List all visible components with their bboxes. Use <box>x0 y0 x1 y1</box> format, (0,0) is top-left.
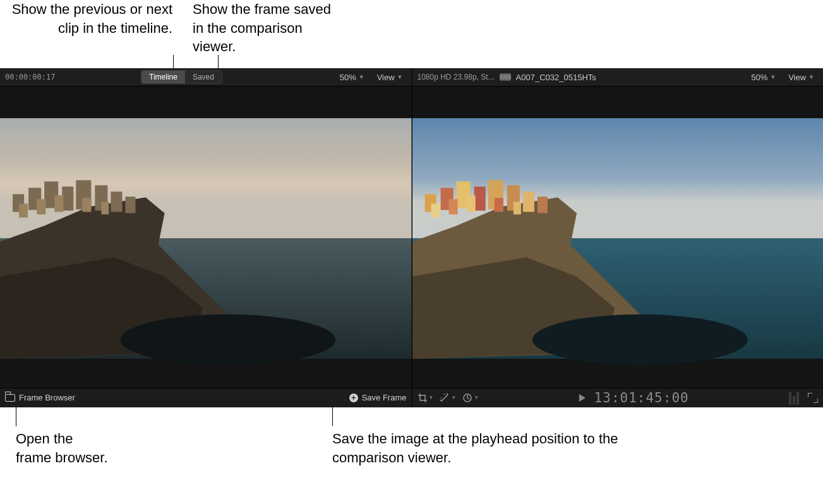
mode-segmented-control: Timeline Saved <box>141 70 222 84</box>
left-bottom-bar: Frame Browser + Save Frame <box>0 388 412 407</box>
svg-rect-11 <box>125 197 135 213</box>
frame-browser-button[interactable]: Frame Browser <box>5 393 75 402</box>
playhead-timecode[interactable]: 13:01:45:00 <box>594 390 689 405</box>
svg-rect-15 <box>82 198 91 212</box>
save-frame-label: Save Frame <box>362 393 407 402</box>
right-bottom-bar: ▼ ▼ ▼ 13:01:45:00 <box>412 388 824 407</box>
svg-rect-32 <box>466 196 475 212</box>
frame-browser-label: Frame Browser <box>19 393 75 402</box>
frame-browser-icon <box>5 394 15 402</box>
right-toolbar: 1080p HD 23.98p, St... A007_C032_0515HTs… <box>412 68 824 86</box>
fullscreen-button[interactable] <box>808 393 818 403</box>
svg-rect-13 <box>37 200 45 215</box>
svg-rect-29 <box>537 197 547 213</box>
svg-rect-25 <box>474 187 485 211</box>
callout-save-frame-text: Save the image at the playhead position … <box>332 429 635 467</box>
left-zoom-label: 50% <box>340 73 356 82</box>
enhance-tool[interactable]: ▼ <box>440 393 456 403</box>
left-view-label: View <box>377 73 395 82</box>
svg-rect-28 <box>522 192 534 212</box>
svg-rect-14 <box>54 196 63 212</box>
top-toolbar: 00:00:00:17 Timeline Saved 50% ▼ View ▼ … <box>0 68 823 87</box>
retime-tool[interactable]: ▼ <box>462 393 479 403</box>
transform-tool[interactable]: ▼ <box>418 393 434 403</box>
callout-timeline-text: Show the previous or next clip in the ti… <box>10 0 172 37</box>
right-zoom-label: 50% <box>751 73 767 82</box>
svg-rect-12 <box>19 204 28 218</box>
left-view-dropdown[interactable]: View ▼ <box>373 71 407 83</box>
left-toolbar: 00:00:00:17 Timeline Saved 50% ▼ View ▼ <box>0 68 412 86</box>
right-view-dropdown[interactable]: View ▼ <box>784 71 818 83</box>
chevron-down-icon: ▼ <box>451 395 456 400</box>
left-scene-image <box>0 87 412 387</box>
right-scene-image <box>412 87 824 387</box>
svg-rect-33 <box>494 198 503 212</box>
svg-rect-31 <box>448 200 457 215</box>
play-button[interactable] <box>579 394 586 402</box>
format-info: 1080p HD 23.98p, St... <box>418 73 495 81</box>
clock-icon <box>462 393 472 403</box>
svg-rect-0 <box>0 87 412 118</box>
right-viewer[interactable] <box>412 87 824 387</box>
chevron-down-icon: ▼ <box>429 395 434 400</box>
svg-rect-30 <box>431 204 440 218</box>
chevron-down-icon: ▼ <box>359 74 364 80</box>
svg-rect-16 <box>101 202 109 215</box>
audio-meters <box>789 391 802 405</box>
callout-leader-save-frame <box>332 407 333 426</box>
viewers <box>0 87 823 387</box>
callout-leader-saved <box>218 55 219 69</box>
bottom-toolbar: Frame Browser + Save Frame ▼ ▼ ▼ <box>0 388 823 407</box>
chevron-down-icon: ▼ <box>808 74 814 80</box>
left-timecode: 00:00:00:17 <box>5 73 55 81</box>
chevron-down-icon: ▼ <box>770 74 776 80</box>
saved-tab[interactable]: Saved <box>185 71 222 83</box>
svg-rect-7 <box>62 187 73 211</box>
svg-rect-34 <box>513 202 520 215</box>
left-viewer[interactable] <box>0 87 412 387</box>
plus-circle-icon: + <box>349 393 358 402</box>
callout-leader-timeline <box>173 55 174 69</box>
clip-name: A007_C032_0515HTs <box>516 73 596 82</box>
chevron-down-icon: ▼ <box>397 74 403 80</box>
left-zoom-dropdown[interactable]: 50% ▼ <box>336 71 368 83</box>
callout-leader-frame-browser <box>16 407 16 426</box>
filmstrip-icon <box>500 73 511 81</box>
chevron-down-icon: ▼ <box>474 395 479 400</box>
wand-icon <box>440 393 450 403</box>
right-zoom-dropdown[interactable]: 50% ▼ <box>747 71 779 83</box>
save-frame-button[interactable]: + Save Frame <box>349 393 407 402</box>
timeline-tab[interactable]: Timeline <box>141 71 185 83</box>
right-view-label: View <box>788 73 806 82</box>
svg-point-17 <box>120 315 335 365</box>
svg-point-35 <box>532 315 747 365</box>
comparison-viewer-window: 00:00:00:17 Timeline Saved 50% ▼ View ▼ … <box>0 68 823 407</box>
svg-rect-18 <box>412 87 824 118</box>
callout-saved-text: Show the frame saved in the comparison v… <box>193 0 338 56</box>
svg-rect-10 <box>111 192 122 212</box>
callout-frame-browser-text: Open the frame browser. <box>16 429 142 467</box>
crop-icon <box>418 393 428 403</box>
